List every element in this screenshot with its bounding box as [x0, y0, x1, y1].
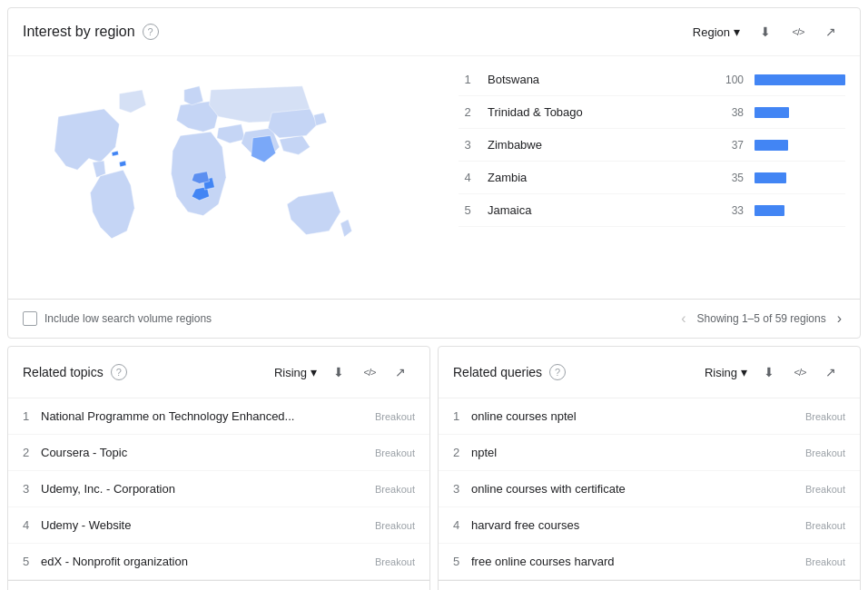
topics-title-group: Related topics ?: [23, 364, 127, 380]
rank-score-5: 33: [711, 204, 744, 217]
topics-footer: ‹ Showing 1–5 of 25 topics ›: [8, 580, 429, 590]
queries-help-icon[interactable]: ?: [549, 364, 566, 380]
region-pagination-text: Showing 1–5 of 59 regions: [697, 312, 826, 325]
bar-container-2: [755, 107, 845, 118]
bar-4: [755, 172, 786, 183]
ranking-row-3: 3 Zimbabwe 37: [459, 129, 845, 162]
queries-title-text: Related queries: [453, 365, 542, 379]
queries-embed-button[interactable]: [785, 358, 814, 387]
query-row-4: 4 harvard free courses Breakout: [439, 507, 860, 544]
query-num-3: 3: [453, 482, 471, 496]
queries-panel-header: Related queries ? Rising: [439, 347, 860, 398]
topics-embed-button[interactable]: [355, 358, 384, 387]
query-text-1: online courses nptel: [471, 409, 805, 423]
queries-sort-chevron: [741, 365, 747, 379]
topic-num-2: 2: [23, 446, 41, 459]
topics-sort-label: Rising: [274, 366, 307, 379]
query-text-4: harvard free courses: [471, 518, 805, 532]
topic-badge-5: Breakout: [375, 556, 415, 567]
topics-share-button[interactable]: [386, 358, 415, 387]
topics-sort-chevron: [311, 365, 317, 379]
region-next-arrow[interactable]: ›: [833, 309, 845, 329]
query-row-3: 3 online courses with certificate Breako…: [439, 471, 860, 507]
query-text-5: free online courses harvard: [471, 555, 805, 568]
country-name-1: Botswana: [488, 73, 700, 86]
bar-container-1: [755, 74, 845, 85]
rank-num-3: 3: [459, 138, 477, 152]
region-dropdown-button[interactable]: Region: [686, 21, 747, 43]
country-name-2: Trinidad & Tobago: [488, 105, 700, 119]
topic-text-3: Udemy, Inc. - Corporation: [41, 482, 375, 496]
query-badge-5: Breakout: [805, 556, 845, 567]
bar-container-3: [755, 140, 845, 151]
query-row-1: 1 online courses nptel Breakout: [439, 398, 860, 435]
world-map: [35, 71, 417, 284]
topics-title-text: Related topics: [23, 365, 104, 379]
rank-num-5: 5: [459, 203, 477, 217]
topics-sort-dropdown[interactable]: Rising: [269, 361, 322, 383]
topics-panel-header: Related topics ? Rising: [8, 347, 429, 398]
interest-title-group: Interest by region ?: [23, 24, 159, 40]
queries-sort-dropdown[interactable]: Rising: [699, 361, 753, 383]
bar-container-4: [755, 172, 845, 183]
query-text-3: online courses with certificate: [471, 482, 805, 496]
embed-button[interactable]: [784, 17, 813, 46]
low-volume-checkbox-label[interactable]: Include low search volume regions: [23, 311, 212, 326]
region-chevron-icon: [734, 25, 740, 39]
query-badge-4: Breakout: [805, 520, 845, 531]
topic-row-4: 4 Udemy - Website Breakout: [8, 507, 429, 544]
country-name-5: Jamaica: [488, 203, 700, 217]
queries-footer: ‹ Showing 1–5 of 25 queries ›: [439, 580, 860, 590]
queries-controls: Rising: [699, 358, 845, 387]
ranking-row-5: 5 Jamaica 33: [459, 194, 845, 227]
bar-5: [755, 205, 784, 216]
query-num-5: 5: [453, 555, 471, 568]
topic-num-3: 3: [23, 482, 41, 496]
topic-num-1: 1: [23, 409, 41, 423]
ranking-row-4: 4 Zambia 35: [459, 162, 845, 194]
interest-header: Interest by region ? Region: [8, 8, 860, 56]
topic-badge-3: Breakout: [375, 484, 415, 495]
country-name-3: Zimbabwe: [488, 138, 700, 152]
rank-score-1: 100: [711, 74, 744, 86]
interest-header-controls: Region: [686, 17, 845, 46]
region-prev-arrow[interactable]: ‹: [677, 309, 689, 329]
rank-score-3: 37: [711, 139, 744, 152]
interest-help-icon[interactable]: ?: [143, 24, 159, 40]
topic-badge-4: Breakout: [375, 520, 415, 531]
low-volume-label-text: Include low search volume regions: [44, 312, 212, 325]
topic-badge-2: Breakout: [375, 447, 415, 458]
topics-controls: Rising: [269, 358, 415, 387]
bottom-sections: Related topics ? Rising 1 National Progr…: [7, 346, 861, 590]
queries-share-button[interactable]: [816, 358, 845, 387]
query-num-2: 2: [453, 446, 471, 459]
query-num-1: 1: [453, 409, 471, 423]
map-container: [8, 56, 444, 299]
rank-score-2: 38: [711, 106, 744, 119]
query-badge-2: Breakout: [805, 447, 845, 458]
interest-title-text: Interest by region: [23, 24, 135, 40]
low-volume-checkbox[interactable]: [23, 311, 37, 326]
topic-num-4: 4: [23, 518, 41, 532]
ranking-row-2: 2 Trinidad & Tobago 38: [459, 96, 845, 129]
bar-3: [755, 140, 788, 151]
bar-2: [755, 107, 789, 118]
topic-row-1: 1 National Programme on Technology Enhan…: [8, 398, 429, 435]
topic-row-3: 3 Udemy, Inc. - Corporation Breakout: [8, 471, 429, 507]
query-badge-1: Breakout: [805, 411, 845, 422]
topic-row-5: 5 edX - Nonprofit organization Breakout: [8, 544, 429, 580]
rank-num-1: 1: [459, 73, 477, 86]
topic-text-2: Coursera - Topic: [41, 446, 375, 459]
country-name-4: Zambia: [488, 171, 700, 184]
topic-text-1: National Programme on Technology Enhance…: [41, 409, 375, 423]
topics-help-icon[interactable]: ?: [111, 364, 127, 380]
queries-download-button[interactable]: [755, 358, 784, 387]
interest-by-region-section: Interest by region ? Region: [7, 7, 861, 339]
topic-text-4: Udemy - Website: [41, 518, 375, 532]
download-button[interactable]: [751, 17, 780, 46]
region-pagination: ‹ Showing 1–5 of 59 regions ›: [677, 309, 845, 329]
interest-footer: Include low search volume regions ‹ Show…: [8, 299, 860, 338]
topics-download-button[interactable]: [324, 358, 353, 387]
share-button[interactable]: [816, 17, 845, 46]
query-num-4: 4: [453, 518, 471, 532]
